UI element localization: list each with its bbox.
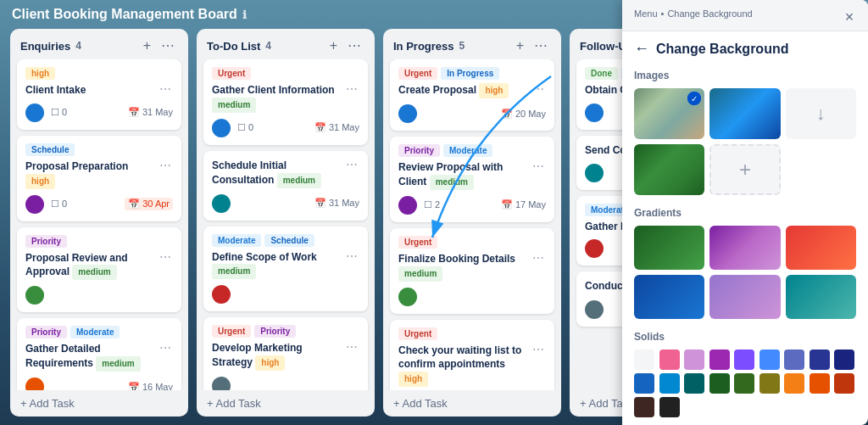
card-meta-left [212, 194, 231, 213]
card-tag: Moderate [70, 326, 120, 338]
solid-color-swatch[interactable] [784, 350, 804, 370]
card-meta-left: ☐ 2 [398, 196, 440, 215]
card-menu-button[interactable]: ⋯ [158, 83, 173, 95]
solid-color-swatch[interactable] [709, 350, 730, 370]
image-download[interactable]: ↓ [786, 88, 856, 139]
card-menu-button[interactable]: ⋯ [531, 344, 546, 355]
card-meta-left [585, 164, 604, 182]
solid-color-swatch[interactable] [709, 373, 730, 394]
solid-color-swatch[interactable] [760, 350, 780, 370]
column-title-group: To-Do List 4 [207, 40, 271, 53]
card-tags: Urgent [398, 327, 546, 340]
column-title: Enquiries [20, 40, 70, 53]
avatar [398, 104, 417, 123]
card[interactable]: Priority Proposal Review and Approval me… [17, 227, 181, 313]
solid-color-swatch[interactable] [784, 373, 804, 394]
card-inline-tag: high [479, 83, 509, 98]
solid-color-swatch[interactable] [810, 350, 830, 370]
solid-color-swatch[interactable] [659, 350, 680, 370]
card[interactable]: ModerateSchedule Define Scope of Work me… [203, 226, 368, 312]
add-task-button[interactable]: + Add Task [383, 390, 561, 417]
card[interactable]: UrgentIn Progress Create Proposal high ⋯… [390, 59, 554, 131]
board-title-text: Client Booking Management Board [12, 7, 237, 22]
panel-close-button[interactable]: × [839, 7, 860, 27]
column-actions: + ⋯ [140, 37, 178, 54]
image-forest[interactable] [634, 144, 704, 195]
solid-color-swatch[interactable] [834, 350, 854, 370]
solid-color-swatch[interactable] [734, 373, 754, 394]
card-menu-button[interactable]: ⋯ [344, 250, 359, 262]
add-task-button[interactable]: + Add Task [10, 390, 188, 417]
card[interactable]: UrgentPriority Develop Marketing Strateg… [203, 317, 368, 390]
card-checklist: ☐ 2 [424, 199, 440, 210]
card[interactable]: PriorityModerate Review Proposal with Cl… [390, 137, 554, 222]
card-tag: Priority [25, 326, 67, 338]
card[interactable]: high Client Intake ⋯ ☐ 0📅 31 May [17, 59, 181, 130]
column-menu-button[interactable]: ⋯ [158, 37, 178, 54]
add-task-button[interactable]: + Add Task [197, 390, 375, 417]
solid-color-swatch[interactable] [734, 350, 754, 370]
column-menu-button[interactable]: ⋯ [531, 37, 551, 54]
card[interactable]: Urgent Gather Client Information medium … [203, 59, 368, 145]
image-mountain[interactable]: ✓ [634, 88, 704, 139]
solid-color-swatch[interactable] [634, 350, 654, 370]
gradient-green[interactable] [634, 226, 704, 270]
card-menu-button[interactable]: ⋯ [344, 341, 359, 353]
card-tags: high [25, 67, 173, 80]
avatar [212, 119, 231, 137]
images-section-label: Images [634, 70, 856, 81]
card-footer [25, 286, 173, 305]
card-title-row: Gather Client Information medium ⋯ [212, 83, 359, 113]
solid-color-swatch[interactable] [760, 373, 780, 394]
solid-color-swatch[interactable] [834, 373, 854, 394]
solid-color-swatch[interactable] [634, 373, 654, 394]
card[interactable]: PriorityModerate Gather Detailed Require… [17, 318, 181, 390]
card-menu-button[interactable]: ⋯ [158, 342, 173, 354]
card-meta-left: ☐ 0 [212, 119, 253, 137]
card-menu-button[interactable]: ⋯ [531, 252, 546, 264]
card-tag: Urgent [398, 236, 437, 249]
card-tags: Urgent [212, 67, 359, 80]
card-menu-button[interactable]: ⋯ [344, 159, 359, 171]
column-menu-button[interactable]: ⋯ [344, 37, 364, 54]
gradient-orange[interactable] [786, 226, 856, 270]
card-menu-button[interactable]: ⋯ [344, 83, 359, 95]
card-title: Define Scope of Work medium [212, 250, 341, 280]
avatar [212, 194, 231, 213]
card-date: 📅 31 May [128, 107, 173, 118]
gradient-blue[interactable] [634, 275, 704, 319]
column-add-button[interactable]: + [326, 37, 341, 54]
card-menu-button[interactable]: ⋯ [531, 83, 546, 95]
card-meta-left [212, 377, 231, 390]
solid-color-swatch[interactable] [684, 350, 704, 370]
solid-color-swatch[interactable] [810, 373, 830, 394]
gradient-purple[interactable] [709, 226, 780, 270]
column-add-button[interactable]: + [513, 37, 527, 54]
solid-color-swatch[interactable] [684, 373, 704, 394]
add-image-button[interactable]: + [709, 144, 780, 195]
card-footer: ☐ 2📅 17 May [398, 196, 546, 215]
card-menu-button[interactable]: ⋯ [531, 160, 546, 172]
solid-color-swatch[interactable] [634, 397, 654, 417]
avatar [25, 286, 44, 305]
card[interactable]: Schedule Initial Consultation medium ⋯ 📅… [203, 151, 368, 221]
card[interactable]: Urgent Finalize Booking Details medium ⋯ [390, 228, 554, 314]
card-title-row: Proposal Preparation high ⋯ [25, 159, 173, 189]
card-menu-button[interactable]: ⋯ [158, 251, 173, 263]
card[interactable]: Schedule Proposal Preparation high ⋯ ☐ 0… [17, 136, 181, 221]
card[interactable]: Urgent Check your waiting list to confir… [390, 320, 554, 390]
image-ocean[interactable] [709, 88, 780, 139]
card-title: Schedule Initial Consultation medium [212, 159, 341, 188]
solid-color-swatch[interactable] [659, 373, 680, 394]
avatar [585, 164, 604, 182]
panel-back-button[interactable]: ← [634, 40, 649, 58]
column-add-button[interactable]: + [140, 37, 154, 54]
column-todo: To-Do List 4 + ⋯ Urgent Gather Client In… [197, 29, 375, 417]
card-menu-button[interactable]: ⋯ [158, 159, 173, 171]
gradients-grid [634, 226, 856, 319]
gradient-lavender[interactable] [709, 275, 780, 319]
gradient-teal[interactable] [786, 275, 856, 319]
card-tag: Priority [25, 235, 67, 248]
avatar [25, 195, 44, 214]
solid-color-swatch[interactable] [659, 397, 680, 417]
